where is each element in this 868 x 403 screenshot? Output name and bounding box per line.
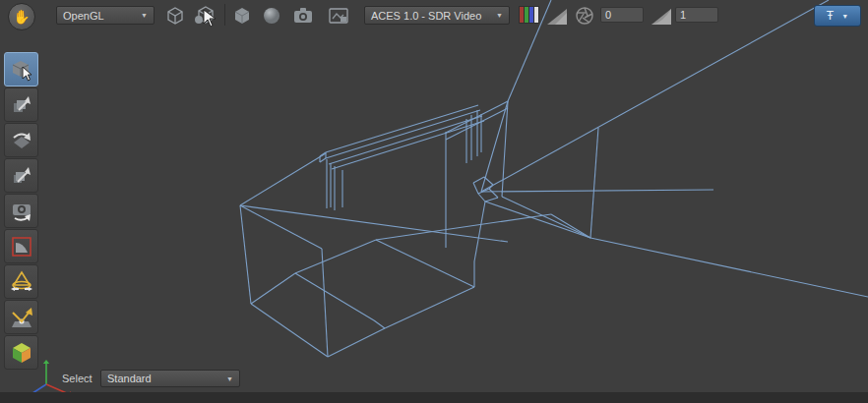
wireframe-edge bbox=[240, 205, 508, 242]
mouse-cursor bbox=[203, 9, 218, 29]
wireframe-edge bbox=[484, 177, 493, 185]
exposure-ramp-icon[interactable] bbox=[545, 7, 569, 27]
tool-select-button[interactable] bbox=[4, 52, 38, 86]
wireframe-edge bbox=[474, 202, 485, 261]
tool-texture-cube-button[interactable] bbox=[4, 335, 38, 370]
tool-sidebar bbox=[0, 29, 41, 393]
tool-camera-orbit-button[interactable] bbox=[4, 194, 38, 228]
wireframe-edge bbox=[326, 105, 478, 152]
wireframe-edge bbox=[374, 320, 385, 328]
chevron-down-icon: ▼ bbox=[220, 375, 233, 382]
wireframe-edge bbox=[240, 205, 251, 304]
wireframe-edge bbox=[489, 189, 498, 198]
axis-gizmo-arrowhead bbox=[43, 360, 49, 364]
wireframe-edge bbox=[251, 304, 328, 357]
wireframe-edge bbox=[502, 197, 590, 238]
wireframe-edge bbox=[590, 238, 868, 297]
wireframe-edge bbox=[590, 128, 598, 238]
tool-transform-button[interactable] bbox=[4, 158, 38, 193]
gamma-ramp-icon[interactable] bbox=[650, 7, 673, 27]
wireframe-edge bbox=[320, 158, 326, 162]
exposure-input[interactable] bbox=[600, 7, 644, 23]
colorspace-dropdown-value: ACES 1.0 - SDR Video bbox=[371, 10, 481, 22]
wireframe-edge bbox=[485, 202, 590, 238]
chevron-down-icon: ▼ bbox=[841, 13, 848, 20]
bottom-bar: Select Standard ▼ bbox=[0, 368, 868, 392]
wireframe-edge bbox=[240, 205, 322, 249]
screen-image-icon[interactable] bbox=[327, 6, 350, 26]
select-mode-label: Select bbox=[62, 373, 93, 384]
camera-icon[interactable] bbox=[291, 6, 315, 26]
wireframe-edge bbox=[322, 249, 328, 357]
chevron-down-icon: ▼ bbox=[135, 12, 148, 19]
tool-light-button[interactable] bbox=[4, 264, 38, 299]
solid-cube-icon[interactable] bbox=[230, 6, 254, 26]
wireframe-edge bbox=[385, 287, 474, 328]
wireframe-edge bbox=[251, 273, 295, 304]
tool-ray-button[interactable] bbox=[4, 300, 38, 334]
wireframe-edge bbox=[295, 240, 376, 273]
wireframe-cube-icon[interactable] bbox=[163, 6, 187, 26]
pin-icon: Ŧ bbox=[827, 9, 834, 23]
wireframe-edge bbox=[502, 101, 508, 197]
tool-move-button[interactable] bbox=[4, 87, 38, 122]
wireframe-edge bbox=[329, 116, 482, 164]
aperture-icon[interactable] bbox=[573, 6, 596, 26]
wireframe-edge bbox=[376, 240, 474, 287]
wireframe-edge bbox=[332, 121, 484, 169]
wireframe-edge bbox=[295, 273, 374, 320]
thumbnail-pin-dropdown[interactable]: Ŧ ▼ bbox=[814, 5, 861, 27]
top-toolbar: ✋ OpenGL ▼ bbox=[0, 0, 868, 29]
wireframe-edge bbox=[473, 183, 478, 194]
toolbar-separator bbox=[224, 4, 225, 26]
wireframe-edge bbox=[328, 328, 385, 357]
select-mode-dropdown[interactable]: Standard ▼ bbox=[100, 370, 240, 387]
renderer-dropdown[interactable]: OpenGL ▼ bbox=[56, 6, 155, 25]
wireframe-edge bbox=[240, 153, 326, 205]
bottom-strip bbox=[0, 392, 868, 403]
wireframe-edge bbox=[478, 194, 485, 202]
wireframe-edge bbox=[473, 177, 484, 183]
rgb-channels-icon[interactable] bbox=[519, 6, 539, 24]
pan-hand-icon[interactable]: ✋ bbox=[8, 3, 35, 30]
gamma-input[interactable] bbox=[675, 7, 718, 23]
viewport-3d[interactable] bbox=[0, 0, 868, 403]
wireframe-edge bbox=[481, 190, 713, 192]
tool-rotate-button[interactable] bbox=[4, 123, 38, 157]
renderer-dropdown-value: OpenGL bbox=[63, 10, 104, 22]
wireframe-edge bbox=[485, 198, 498, 202]
sphere-shaded-icon[interactable] bbox=[260, 6, 283, 26]
select-mode-value: Standard bbox=[107, 373, 152, 384]
chevron-down-icon: ▼ bbox=[490, 12, 503, 19]
colorspace-dropdown[interactable]: ACES 1.0 - SDR Video ▼ bbox=[364, 6, 510, 25]
tool-render-region-button[interactable] bbox=[4, 229, 38, 263]
